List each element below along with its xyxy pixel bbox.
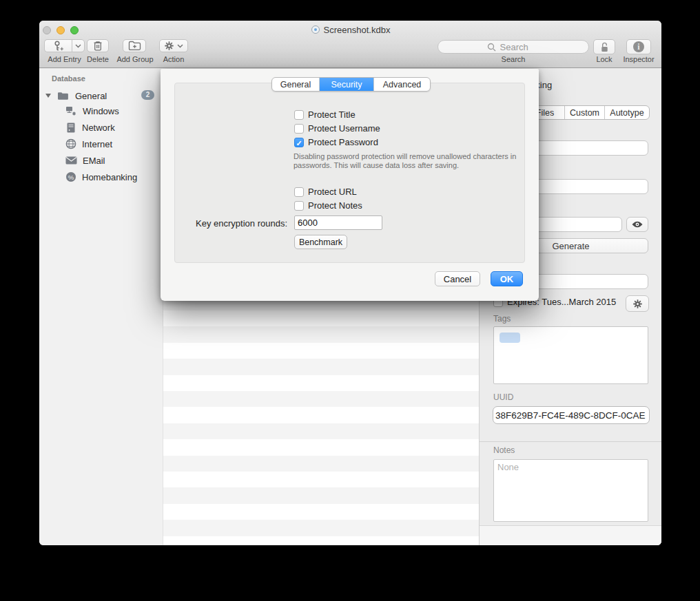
search-label: Search (472, 55, 555, 63)
tab-general[interactable]: General (272, 78, 319, 91)
sidebar-item-internet[interactable]: Internet (65, 137, 112, 151)
search-field[interactable] (438, 40, 589, 54)
checkbox-label: Protect Title (308, 109, 356, 120)
protect-password-checkbox[interactable]: ✓ (294, 138, 304, 147)
tag-chip[interactable] (500, 333, 520, 343)
tab-custom[interactable]: Custom (564, 106, 604, 119)
sidebar: Database General 2 Windows (39, 69, 163, 545)
checkbox-label: Protect Notes (308, 200, 362, 211)
key-encryption-rounds-label: Key encryption rounds: (177, 218, 287, 229)
uuid-label: UUID (493, 392, 513, 402)
tab-autotype[interactable]: Autotype (604, 106, 649, 119)
inspector-label: Inspector (618, 55, 659, 63)
sidebar-item-windows[interactable]: Windows (65, 104, 119, 118)
folder-icon (57, 92, 69, 101)
envelope-icon (65, 156, 77, 165)
checkbox-label: Protect Password (308, 137, 378, 147)
protect-title-checkbox[interactable] (294, 110, 304, 120)
database-settings-sheet: General Security Advanced Protect Title … (161, 69, 539, 301)
protect-url-checkbox[interactable] (294, 187, 304, 197)
info-icon: i (633, 41, 644, 52)
sidebar-item-label: General (75, 91, 107, 101)
checkbox-label: Protect URL (308, 187, 357, 197)
server-icon (67, 123, 75, 133)
sidebar-item-email[interactable]: EMail (65, 154, 105, 167)
open-padlock-icon (599, 41, 610, 53)
tab-security[interactable]: Security (319, 78, 373, 91)
password-protection-help-text: Disabling password protection will remov… (294, 152, 533, 170)
protect-notes-checkbox[interactable] (294, 201, 304, 211)
sidebar-item-label: Windows (83, 106, 119, 116)
titlebar-toolbar: Screenshot.kdbx Add Entry Delete (39, 21, 661, 68)
protect-notes-row: Protect Notes (294, 200, 362, 211)
percent-circle-icon: % (65, 171, 76, 182)
action-button[interactable] (159, 39, 188, 52)
gear-icon (164, 41, 174, 51)
network-computers-icon (65, 106, 77, 116)
expires-settings-button[interactable] (626, 295, 649, 312)
protect-username-checkbox[interactable] (294, 124, 304, 134)
search-icon (487, 43, 496, 52)
cancel-button[interactable]: Cancel (435, 271, 480, 286)
inspector-button[interactable]: i (626, 39, 651, 54)
inspector-footer (480, 525, 661, 545)
checkbox-label: Protect Username (308, 123, 380, 134)
eye-icon (631, 220, 644, 229)
window-title: Screenshot.kdbx (324, 25, 391, 35)
sidebar-item-label: EMail (83, 156, 105, 166)
add-entry-button[interactable] (44, 39, 72, 52)
notes-label: Notes (493, 445, 515, 455)
tags-box[interactable] (493, 326, 648, 384)
gear-icon (632, 299, 643, 309)
sidebar-section-header: Database (52, 74, 85, 83)
tab-advanced[interactable]: Advanced (373, 78, 430, 91)
benchmark-button[interactable]: Benchmark (294, 235, 347, 249)
folder-plus-icon (128, 41, 141, 51)
screenshot-background: Screenshot.kdbx Add Entry Delete (0, 0, 700, 601)
lock-button[interactable] (593, 39, 615, 54)
group-count-badge: 2 (141, 90, 154, 100)
protect-username-row: Protect Username (294, 123, 380, 134)
key-encryption-rounds-input[interactable] (294, 215, 382, 230)
window-title-group: Screenshot.kdbx (39, 23, 661, 36)
protect-title-row: Protect Title (294, 109, 356, 120)
document-icon (311, 25, 320, 34)
svg-text:%: % (68, 173, 74, 181)
settings-tabs: General Security Advanced (271, 77, 431, 92)
sidebar-item-label: Internet (82, 139, 112, 149)
key-plus-icon (52, 40, 65, 52)
sidebar-item-general[interactable]: General (45, 89, 107, 103)
disclosure-triangle-icon[interactable] (45, 94, 51, 98)
sidebar-item-homebanking[interactable]: % Homebanking (65, 170, 137, 184)
globe-icon (65, 138, 76, 149)
search-input[interactable] (499, 41, 540, 53)
sidebar-item-label: Network (82, 123, 115, 133)
show-password-button[interactable] (626, 217, 648, 232)
notes-field[interactable] (493, 459, 648, 522)
sidebar-item-label: Homebanking (82, 172, 137, 182)
ok-button[interactable]: OK (491, 271, 523, 286)
add-entry-dropdown-button[interactable] (72, 39, 85, 52)
delete-button[interactable] (87, 39, 109, 52)
chevron-down-icon (177, 44, 183, 48)
tags-label: Tags (493, 314, 511, 324)
app-window: Screenshot.kdbx Add Entry Delete (39, 21, 661, 545)
sidebar-item-network[interactable]: Network (67, 120, 115, 134)
add-group-button[interactable] (123, 39, 146, 52)
trash-icon (92, 40, 103, 52)
chevron-down-icon (75, 44, 81, 48)
divider (480, 441, 661, 442)
action-label: Action (153, 55, 194, 63)
uuid-field[interactable] (493, 406, 650, 424)
protect-url-row: Protect URL (294, 187, 357, 197)
protect-password-row: ✓ Protect Password (294, 137, 378, 147)
